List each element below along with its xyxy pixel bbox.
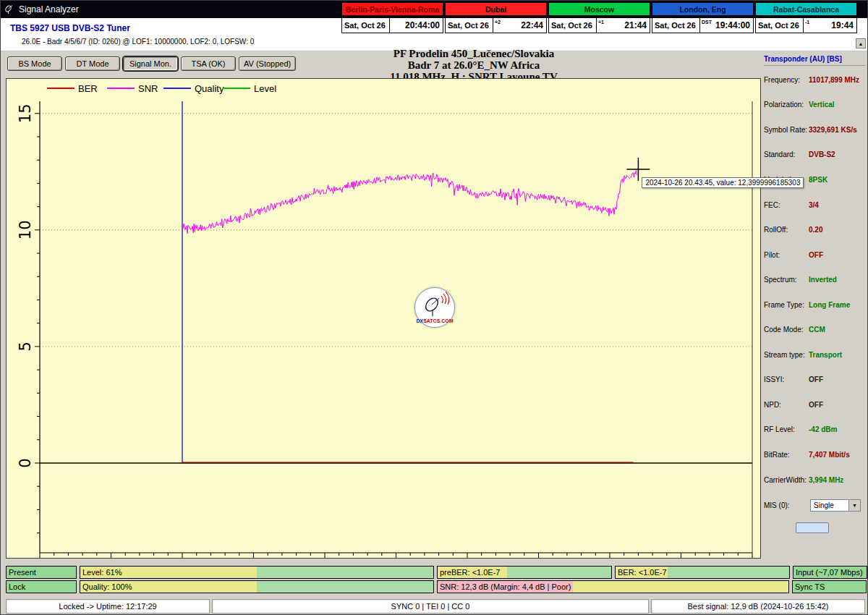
field-row-code-mode: Code Mode:CCM — [764, 317, 865, 342]
meter-input-7-07-mbps: Input (~7,07 Mbps) — [793, 566, 867, 579]
chart-canvas[interactable]: 051015BERSNRQualityLevel — [7, 79, 760, 558]
meter-lock: Lock — [6, 580, 77, 593]
meter-fill-segment — [257, 567, 433, 578]
meter-label: Present — [9, 568, 36, 577]
site-header-line-1: PF Prodelin 450_Lučenec/Slovakia — [318, 48, 629, 59]
field-label: CarrierWidth: — [764, 476, 809, 484]
clock-time-cell: Sat, Oct 26+222:44 — [445, 17, 547, 33]
clock-city-label: Berlin-Paris-Vienna-Roma — [341, 2, 443, 16]
clock-utc-offset: +2 — [495, 18, 501, 25]
clock-date: Sat, Oct 26 — [652, 18, 700, 33]
field-row-frequency: Frequency:11017,899 MHz — [764, 67, 865, 93]
field-row-spectrum: Spectrum:Inverted — [764, 267, 865, 292]
dropdown-arrow-icon[interactable]: ▼ — [848, 500, 860, 511]
signal-chart[interactable]: 051015BERSNRQualityLevel 2024-10-26 20.4… — [6, 78, 761, 559]
satellite-dish-icon — [4, 4, 14, 14]
scroll-up-button[interactable]: ▲ — [856, 38, 866, 48]
field-row-symbol-rate: Symbol Rate:3329,691 KS/s — [764, 117, 865, 143]
window-title: Signal Analyzer — [19, 4, 79, 14]
field-label: RollOff: — [764, 226, 809, 234]
field-row-frame-type: Frame Type:Long Frame — [764, 292, 865, 318]
field-value: DVB-S2 — [809, 150, 835, 158]
meter-row-1: PresentLevel: 61%preBER: <1.0E-7BER: <1.… — [6, 566, 867, 579]
tab-dt-mode[interactable]: DT Mode — [65, 56, 120, 71]
status-meters: PresentLevel: 61%preBER: <1.0E-7BER: <1.… — [6, 566, 867, 595]
meter-level: Level: 61% — [80, 566, 434, 579]
field-row-bitrate: BitRate:7,407 Mbit/s — [764, 442, 865, 467]
meter-sync-ts: Sync TS — [792, 580, 867, 593]
field-row-issyi: ISSYI:OFF — [764, 368, 865, 393]
logo-dish-icon — [416, 290, 454, 319]
meter-fill-segment — [668, 567, 789, 578]
field-label: RF Level: — [764, 425, 809, 433]
svg-text:5: 5 — [17, 342, 34, 351]
panel-small-button[interactable] — [796, 522, 829, 533]
clock-city-label: Moscow — [548, 2, 650, 16]
field-value: 8PSK — [809, 176, 827, 184]
svg-text:10: 10 — [17, 220, 34, 239]
field-value: Transport — [809, 351, 842, 359]
meter-label: Quality: 100% — [82, 582, 132, 591]
panel-title: Transponder (AU) [BS] — [764, 55, 865, 66]
meter-label: Lock — [9, 582, 25, 591]
field-value: OFF — [809, 376, 823, 383]
meter-row-2: LockQuality: 100%SNR: 12,3 dB (Margin: 4… — [6, 580, 867, 593]
meter-ber: BER: <1.0E-7 — [615, 566, 790, 579]
chart-tooltip: 2024-10-26 20.43.45, value: 12,399999618… — [642, 177, 804, 188]
statusbar-sync: SYNC 0 | TEI 0 | CC 0 — [212, 599, 649, 614]
clock-berlin-paris-vienna-roma: Berlin-Paris-Vienna-RomaSat, Oct 2620:44… — [341, 2, 443, 33]
meter-fill-segment — [573, 581, 788, 593]
clock-date: Sat, Oct 26 — [342, 18, 390, 33]
meter-fill-segment — [257, 581, 433, 593]
field-row-carrierwidth: CarrierWidth:3,994 MHz — [764, 467, 865, 493]
clock-utc-offset: +1 — [598, 18, 604, 25]
clock-time-cell: Sat, Oct 2620:44:00 — [341, 17, 443, 33]
svg-text:15: 15 — [17, 103, 34, 123]
tab-signal-mon[interactable]: Signal Mon. — [123, 56, 178, 71]
clock-date: Sat, Oct 26 — [756, 18, 804, 33]
meter-present: Present — [6, 566, 77, 579]
tab-bs-mode[interactable]: BS Mode — [7, 56, 62, 71]
clock-date: Sat, Oct 26 — [549, 18, 597, 33]
field-value: Vertical — [809, 101, 835, 109]
field-label: Frequency: — [764, 76, 809, 84]
svg-text:BER: BER — [78, 83, 98, 94]
mis-value: Single — [811, 501, 834, 509]
field-row-polarization: Polarization:Vertical — [764, 93, 865, 118]
clock-time: 21:44 — [624, 20, 650, 30]
tab-av-stopped[interactable]: AV (Stopped) — [239, 56, 296, 71]
clock-moscow: MoscowSat, Oct 26+121:44 — [548, 2, 650, 33]
clock-time: 22:44 — [521, 20, 546, 30]
clock-time: 19:44 — [831, 20, 856, 30]
svg-text:Level: Level — [254, 83, 276, 94]
field-value: Long Frame — [809, 301, 850, 309]
tuner-info: 26.0E - Badr 4/5/6/7 (ID: 0260) @ LOF1: … — [22, 38, 254, 46]
field-label: Pilot: — [764, 251, 809, 259]
mis-dropdown[interactable]: Single ▼ — [810, 499, 861, 512]
clock-time-cell: Sat, Oct 26DST19:44:00 — [652, 17, 754, 33]
meter-label: Input (~7,07 Mbps) — [796, 568, 863, 577]
site-header-line-2: Badr 7 at 26.0°E_NW Africa — [318, 59, 629, 71]
meter-label: preBER: <1.0E-7 — [440, 568, 500, 577]
transponder-panel: Transponder (AU) [BS] Frequency:11017,89… — [764, 55, 865, 533]
clock-city-label: London, Eng — [652, 2, 754, 16]
field-label: Polarization: — [764, 101, 809, 109]
clock-time-cell: Sat, Oct 26+121:44 — [548, 17, 650, 33]
field-label: ISSYI: — [764, 376, 809, 383]
clock-utc-offset: -1 — [805, 18, 809, 25]
clock-city-label: Rabat-Casablanca — [755, 2, 857, 16]
dxsatcs-logo-circle: DXSATCS.COM — [414, 287, 455, 328]
logo-text: DXSATCS.COM — [415, 318, 454, 323]
field-row-fec: FEC:3/4 — [764, 192, 865, 218]
field-value: Inverted — [809, 276, 837, 284]
clock-time: 20:44:00 — [405, 20, 443, 30]
tab-tsa-ok[interactable]: TSA (OK) — [181, 56, 236, 71]
field-row-standard: Standard:DVB-S2 — [764, 143, 865, 168]
field-value: -42 dBm — [809, 425, 837, 433]
field-row-stream-type: Stream type:Transport — [764, 342, 865, 368]
field-row-rolloff: RollOff:0.20 — [764, 217, 865, 242]
field-label: Stream type: — [764, 351, 809, 359]
svg-text:0: 0 — [17, 458, 34, 467]
tuner-name: TBS 5927 USB DVB-S2 Tuner — [10, 23, 130, 33]
mis-row: MIS (0): Single ▼ — [764, 496, 865, 514]
